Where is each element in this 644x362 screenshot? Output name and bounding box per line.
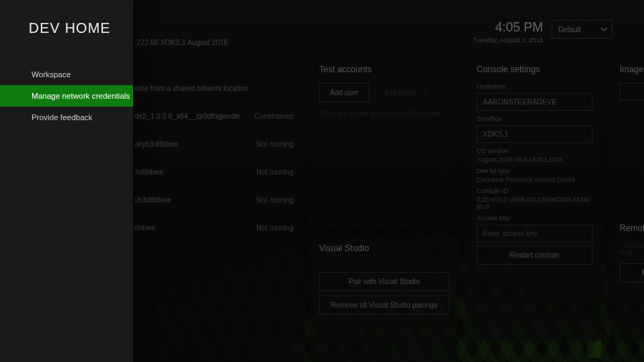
sidebar-item-manage-network-credentials[interactable]: Manage network credentials bbox=[0, 85, 133, 107]
sidebar-item-provide-feedback[interactable]: Provide feedback bbox=[0, 107, 133, 128]
sidebar-item-workspace[interactable]: Workspace bbox=[0, 64, 133, 85]
app-title: DEV HOME bbox=[0, 0, 133, 36]
sidebar-menu: DEV HOME Workspace Manage network creden… bbox=[0, 0, 133, 362]
